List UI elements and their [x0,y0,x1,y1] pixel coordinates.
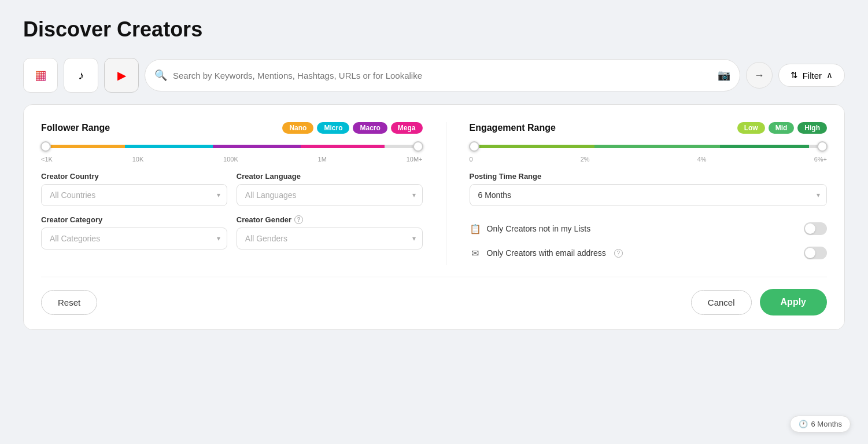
creator-country-label: Creator Country [41,172,227,181]
tiktok-icon: ♪ [78,69,84,82]
filter-grid: Follower Range Nano Micro Macro Mega <1K… [41,122,827,265]
follower-label-100k: 100K [223,156,238,163]
posting-time-group: Posting Time Range 1 Month 3 Months 6 Mo… [470,172,828,206]
badge-high: High [797,122,827,134]
search-wrapper: 🔍 📷 [145,59,740,91]
clock-icon: 🕐 [799,420,808,428]
email-help-icon[interactable]: ? [614,249,623,258]
creator-category-label: Creator Category [41,215,227,224]
filter-footer: Reset Cancel Apply [41,277,827,315]
follower-label-10k: 10K [132,156,144,163]
follower-label-1m: 1M [318,156,327,163]
posting-time-select-wrap: 1 Month 3 Months 6 Months 12 Months ▾ [470,184,828,206]
submit-search-button[interactable]: → [746,62,773,89]
creator-category-select[interactable]: All Categories Fashion Beauty [41,227,227,249]
engagement-range-section: Engagement Range Low Mid High [470,122,828,134]
filter-panel: Follower Range Nano Micro Macro Mega <1K… [23,104,845,330]
badge-macro: Macro [353,122,387,134]
reset-button[interactable]: Reset [41,290,97,315]
right-column: Engagement Range Low Mid High 0 2% 4% 6%… [446,122,828,265]
creator-gender-select-wrap: All Genders Male Female ▾ [237,227,423,249]
toggle-with-email: ✉ Only Creators with email address ? [470,241,828,265]
follower-label-10m: 10M+ [407,156,423,163]
camera-icon: 📷 [718,69,730,82]
bottom-badge: 🕐 6 Months [790,416,851,432]
follower-range-labels: <1K 10K 100K 1M 10M+ [41,156,423,163]
toggle-not-in-lists: 📋 Only Creators not in my Lists [470,217,828,241]
posting-time-select[interactable]: 1 Month 3 Months 6 Months 12 Months [470,184,828,206]
creator-category-group: Creator Category All Categories Fashion … [41,215,227,249]
page-title: Discover Creators [23,17,845,42]
follower-range-title: Follower Range [41,123,110,133]
cancel-button[interactable]: Cancel [691,290,752,315]
search-icon: 🔍 [154,69,167,82]
toggle-not-in-lists-switch[interactable] [804,222,827,235]
engagement-slider-right-thumb[interactable] [817,141,828,152]
engagement-label-2: 2% [581,156,590,163]
creator-language-label: Creator Language [237,172,423,181]
toggle-section: 📋 Only Creators not in my Lists ✉ Only C… [470,217,828,265]
follower-slider-left-thumb[interactable] [40,141,51,152]
gender-help-icon[interactable]: ? [294,215,303,224]
filter-icon: ⇅ [791,70,798,80]
toggle-not-in-lists-label: Only Creators not in my Lists [487,224,591,233]
engagement-range-title: Engagement Range [470,123,556,133]
follower-badges: Nano Micro Macro Mega [282,122,422,134]
engagement-label-0: 0 [470,156,473,163]
follower-range-section: Follower Range Nano Micro Macro Mega [41,122,423,134]
engagement-label-4: 4% [697,156,707,163]
list-icon: 📋 [470,223,481,234]
creator-language-group: Creator Language All Languages English S… [237,172,423,206]
badge-mega: Mega [391,122,423,134]
badge-micro: Micro [317,122,349,134]
creator-filters-row1: Creator Country All Countries United Sta… [41,172,423,206]
filter-button[interactable]: ⇅ Filter ∧ [778,64,845,87]
creator-language-select[interactable]: All Languages English Spanish [237,184,423,206]
creator-language-select-wrap: All Languages English Spanish ▾ [237,184,423,206]
search-bar-row: ▦ ♪ ▶ 🔍 📷 → ⇅ Filter ∧ [23,58,845,93]
footer-right-buttons: Cancel Apply [691,289,827,315]
creator-category-select-wrap: All Categories Fashion Beauty ▾ [41,227,227,249]
email-icon: ✉ [470,248,481,259]
creator-filters-row2: Creator Category All Categories Fashion … [41,215,423,249]
engagement-slider-left-thumb[interactable] [469,141,479,152]
creator-country-group: Creator Country All Countries United Sta… [41,172,227,206]
follower-slider[interactable] [41,141,423,152]
chevron-up-icon: ∧ [826,70,833,80]
badge-mid: Mid [769,122,795,134]
instagram-icon: ▦ [35,68,47,83]
engagement-label-6: 6%+ [814,156,827,163]
engagement-badges: Low Mid High [737,122,827,134]
toggle-with-email-switch[interactable] [804,247,827,259]
left-column: Follower Range Nano Micro Macro Mega <1K… [41,122,423,265]
filter-label: Filter [803,71,822,80]
posting-time-label: Posting Time Range [470,172,828,181]
badge-low: Low [737,122,765,134]
follower-slider-right-thumb[interactable] [413,141,423,152]
creator-country-select[interactable]: All Countries United States United Kingd… [41,184,227,206]
creator-gender-select[interactable]: All Genders Male Female [237,227,423,249]
platform-btn-youtube[interactable]: ▶ [104,58,139,93]
platform-btn-tiktok[interactable]: ♪ [64,58,98,93]
badge-nano: Nano [282,122,313,134]
search-input[interactable] [173,71,712,80]
follower-label-1k: <1K [41,156,53,163]
youtube-icon: ▶ [117,68,126,82]
toggle-with-email-label: Only Creators with email address [487,248,606,258]
creator-gender-label: Creator Gender ? [237,215,423,224]
creator-country-select-wrap: All Countries United States United Kingd… [41,184,227,206]
platform-btn-instagram[interactable]: ▦ [23,58,58,93]
engagement-range-labels: 0 2% 4% 6%+ [470,156,828,163]
engagement-slider[interactable] [470,141,828,152]
bottom-badge-label: 6 Months [811,420,842,428]
apply-button[interactable]: Apply [760,289,827,315]
creator-gender-group: Creator Gender ? All Genders Male Female… [237,215,423,249]
arrow-right-icon: → [754,69,764,82]
